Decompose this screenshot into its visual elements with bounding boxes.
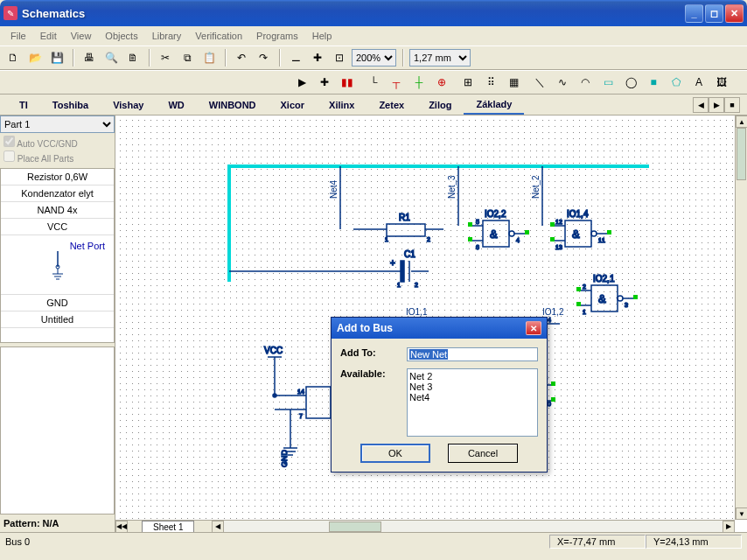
available-list[interactable]: Net 2 Net 3 Net4 bbox=[407, 368, 538, 437]
tab-winbond[interactable]: WINBOND bbox=[197, 96, 269, 114]
polygon-icon[interactable]: ⬠ bbox=[667, 73, 686, 92]
svg-text:+: + bbox=[390, 258, 395, 268]
net-icon[interactable]: ⊕ bbox=[432, 73, 451, 92]
zoom-out-icon[interactable]: ⚊ bbox=[286, 48, 305, 67]
tab-zetex[interactable]: Zetex bbox=[367, 96, 416, 114]
tab-scroll-left[interactable]: ◀ bbox=[693, 97, 709, 113]
sheet-tab[interactable]: Sheet 1 bbox=[142, 521, 194, 533]
copy-icon[interactable]: ⧉ bbox=[178, 48, 197, 67]
part-selector[interactable]: Part 1 bbox=[0, 116, 115, 133]
grid-icon[interactable]: ⊞ bbox=[458, 73, 478, 92]
list-item-kondenzator[interactable]: Kondenzator elyt bbox=[1, 186, 114, 202]
available-item[interactable]: Net4 bbox=[409, 392, 535, 402]
available-item[interactable]: Net 3 bbox=[409, 382, 535, 392]
line-icon[interactable]: ＼ bbox=[530, 73, 549, 92]
list-item-untitled[interactable]: Untitled bbox=[1, 312, 114, 328]
ok-button[interactable]: OK bbox=[360, 444, 430, 463]
undo-icon[interactable]: ↶ bbox=[232, 48, 251, 67]
tab-vishay[interactable]: Vishay bbox=[101, 96, 156, 114]
dots-icon[interactable]: ⠿ bbox=[481, 73, 500, 92]
menu-help[interactable]: Help bbox=[305, 28, 339, 44]
add-part-icon[interactable]: ✚ bbox=[315, 73, 334, 92]
list-item-nand[interactable]: NAND 4x bbox=[1, 202, 114, 219]
svg-text:4: 4 bbox=[516, 237, 520, 243]
scroll-down-icon[interactable]: ▼ bbox=[736, 508, 747, 520]
dialog-titlebar[interactable]: Add to Bus ✕ bbox=[332, 318, 547, 339]
list-item-gnd[interactable]: GND bbox=[1, 295, 114, 312]
image-icon[interactable]: 🖼 bbox=[712, 73, 731, 92]
dialog-close-button[interactable]: ✕ bbox=[526, 321, 541, 335]
scrollbar-thumb[interactable] bbox=[737, 128, 746, 180]
menu-library[interactable]: Library bbox=[145, 28, 189, 44]
grid-select[interactable]: 1,27 mm bbox=[409, 49, 471, 66]
new-icon[interactable]: 🗋 bbox=[3, 48, 23, 67]
svg-text:&: & bbox=[572, 228, 580, 241]
menu-verification[interactable]: Verification bbox=[188, 28, 249, 44]
sheet-prev-icon[interactable]: ◀◀ bbox=[115, 521, 128, 533]
tab-zaklady[interactable]: Základy bbox=[464, 95, 524, 115]
hscroll-thumb[interactable] bbox=[329, 522, 381, 532]
minimize-button[interactable]: _ bbox=[685, 4, 703, 23]
tab-zilog[interactable]: Zilog bbox=[416, 96, 464, 114]
tab-wd[interactable]: WD bbox=[156, 96, 196, 114]
available-row: Available: Net 2 Net 3 Net4 bbox=[340, 368, 538, 437]
save-icon[interactable]: 💾 bbox=[47, 48, 66, 67]
scroll-right-icon[interactable]: ▶ bbox=[723, 521, 735, 533]
component-list: Rezistor 0,6W Kondenzator elyt NAND 4x V… bbox=[0, 168, 115, 343]
scroll-up-icon[interactable]: ▲ bbox=[736, 116, 747, 128]
status-bar: Bus 0 X=-77,47 mm Y=24,13 mm bbox=[0, 532, 747, 550]
wire-t-icon[interactable]: ┬ bbox=[387, 73, 406, 92]
add-to-input[interactable]: New Net bbox=[407, 347, 538, 361]
properties-icon[interactable]: 🗎 bbox=[123, 48, 143, 67]
menu-view[interactable]: View bbox=[64, 28, 99, 44]
menu-objects[interactable]: Objects bbox=[98, 28, 144, 44]
fill-rect-icon[interactable]: ■ bbox=[644, 73, 663, 92]
scroll-left-icon[interactable]: ◀ bbox=[212, 521, 224, 533]
zoom-select[interactable]: 200% bbox=[352, 49, 396, 66]
svg-text:1: 1 bbox=[583, 309, 586, 315]
menu-file[interactable]: File bbox=[3, 28, 33, 44]
tab-toshiba[interactable]: Toshiba bbox=[40, 96, 101, 114]
available-item[interactable]: Net 2 bbox=[409, 371, 535, 382]
tab-scroll-end[interactable]: ■ bbox=[724, 97, 740, 113]
node-icon[interactable]: ┼ bbox=[409, 73, 429, 92]
list-item-rezistor[interactable]: Rezistor 0,6W bbox=[1, 169, 114, 186]
close-button[interactable]: ✕ bbox=[725, 4, 744, 23]
zoom-fit-icon[interactable]: ⊡ bbox=[330, 48, 349, 67]
svg-rect-63 bbox=[576, 287, 581, 291]
menu-edit[interactable]: Edit bbox=[33, 28, 64, 44]
tab-ti[interactable]: TI bbox=[7, 96, 40, 114]
ellipse-icon[interactable]: ◯ bbox=[621, 73, 640, 92]
print-icon[interactable]: 🖶 bbox=[80, 48, 99, 67]
tab-scroll-right[interactable]: ▶ bbox=[709, 97, 724, 113]
opt-auto-vcc-gnd[interactable]: Auto VCC/GND bbox=[3, 136, 111, 149]
menu-programs[interactable]: Programs bbox=[249, 28, 305, 44]
list-item-netport[interactable]: Net Port bbox=[1, 235, 114, 295]
wire-l-icon[interactable]: └ bbox=[364, 73, 383, 92]
cut-icon[interactable]: ✂ bbox=[156, 48, 175, 67]
table-icon[interactable]: ▦ bbox=[504, 73, 523, 92]
bus-tool-icon[interactable]: ▮▮ bbox=[338, 73, 357, 92]
dialog-body: Add To: New Net Available: Net 2 Net 3 N… bbox=[332, 339, 547, 472]
hscroll-track[interactable] bbox=[224, 521, 723, 533]
cancel-button[interactable]: Cancel bbox=[448, 444, 518, 463]
open-icon[interactable]: 📂 bbox=[25, 48, 45, 67]
arc-icon[interactable]: ◠ bbox=[576, 73, 595, 92]
vertical-scrollbar[interactable]: ▲ ▼ bbox=[735, 116, 747, 520]
redo-icon[interactable]: ↷ bbox=[254, 48, 273, 67]
paste-icon[interactable]: 📋 bbox=[199, 48, 219, 67]
toolbar-separator bbox=[279, 49, 280, 66]
polyline-icon[interactable]: ∿ bbox=[553, 73, 572, 92]
maximize-button[interactable]: ◻ bbox=[705, 4, 723, 23]
zoom-in-icon[interactable]: ✚ bbox=[308, 48, 327, 67]
tab-xilinx[interactable]: Xilinx bbox=[317, 96, 367, 114]
list-item-vcc[interactable]: VCC bbox=[1, 219, 114, 235]
text-icon[interactable]: A bbox=[689, 73, 709, 92]
svg-rect-64 bbox=[576, 302, 581, 306]
opt-place-all-parts[interactable]: Place All Parts bbox=[3, 150, 111, 164]
pointer-icon[interactable]: ▶ bbox=[292, 73, 311, 92]
tab-xicor[interactable]: Xicor bbox=[269, 96, 318, 114]
print-preview-icon[interactable]: 🔍 bbox=[101, 48, 121, 67]
svg-text:C1: C1 bbox=[404, 249, 415, 259]
rect-icon[interactable]: ▭ bbox=[598, 73, 618, 92]
